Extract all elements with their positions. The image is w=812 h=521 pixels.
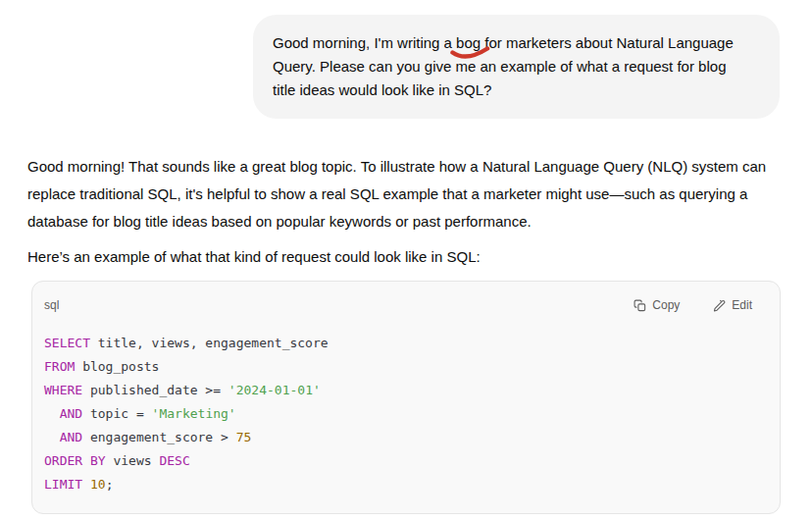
code-token-keyword: AND (60, 406, 82, 421)
pencil-icon (713, 299, 726, 312)
code-block-header: sql Copy Edit (32, 282, 780, 319)
code-token-keyword: AND (60, 430, 82, 444)
code-line: WHERE published_date >= '2024-01-01' (44, 379, 768, 402)
code-token-keyword: DESC (159, 453, 189, 468)
code-token-plain: title, views, engagement_score (90, 336, 329, 350)
code-token-number: 10 (90, 477, 106, 492)
sql-code: SELECT title, views, engagement_scoreFRO… (32, 319, 780, 513)
assistant-paragraph-2: Here’s an example of what that kind of r… (27, 243, 781, 271)
code-line: SELECT title, views, engagement_score (44, 332, 768, 355)
code-token-keyword: FROM (44, 359, 75, 374)
copy-button-label: Copy (652, 298, 680, 312)
code-token-keyword: ORDER BY (44, 453, 106, 468)
copy-icon (634, 299, 646, 312)
misspelled-word: bog (456, 34, 481, 51)
edit-button[interactable]: Edit (713, 296, 752, 314)
assistant-paragraph-1: Good morning! That sounds like a great b… (27, 153, 781, 235)
code-line: ORDER BY views DESC (44, 449, 768, 473)
code-token-plain: engagement_score > (82, 430, 236, 444)
assistant-message: Good morning! That sounds like a great b… (27, 153, 781, 514)
code-token-plain: published_date >= (82, 383, 228, 397)
sql-code-block: sql Copy Edit SELECT title, views, engag… (31, 281, 781, 514)
user-message-row: Good morning, I'm writing a bog for mark… (253, 15, 780, 119)
code-line: AND topic = 'Marketing' (44, 402, 768, 426)
copy-button[interactable]: Copy (634, 296, 680, 314)
edit-button-label: Edit (732, 298, 752, 312)
code-line: LIMIT 10; (44, 473, 768, 496)
code-token-plain (82, 477, 90, 492)
code-token-keyword: WHERE (44, 383, 82, 397)
code-block-actions: Copy Edit (634, 296, 752, 314)
code-line: AND engagement_score > 75 (44, 426, 768, 449)
code-token-plain: views (106, 453, 160, 468)
user-message-text: Good morning, I'm writing a bog for mark… (273, 31, 736, 102)
code-token-plain: topic = (82, 406, 151, 421)
user-message-bubble: Good morning, I'm writing a bog for mark… (253, 15, 780, 119)
code-token-keyword: LIMIT (44, 477, 82, 492)
code-line: FROM blog_posts (44, 355, 768, 379)
code-token-keyword: SELECT (44, 336, 90, 350)
chat-page: Good morning, I'm writing a bog for mark… (0, 0, 812, 521)
code-language-label: sql (44, 291, 59, 319)
code-token-plain (44, 430, 60, 444)
code-token-plain: ; (106, 477, 114, 492)
code-token-string: '2024-01-01' (228, 383, 321, 397)
misspelled-word-text: bog (456, 34, 481, 51)
code-token-number: 75 (236, 430, 252, 444)
code-token-string: 'Marketing' (152, 406, 236, 421)
code-token-plain: blog_posts (75, 359, 159, 374)
user-text-before: Good morning, I'm writing a (273, 34, 456, 51)
code-token-plain (44, 406, 60, 421)
